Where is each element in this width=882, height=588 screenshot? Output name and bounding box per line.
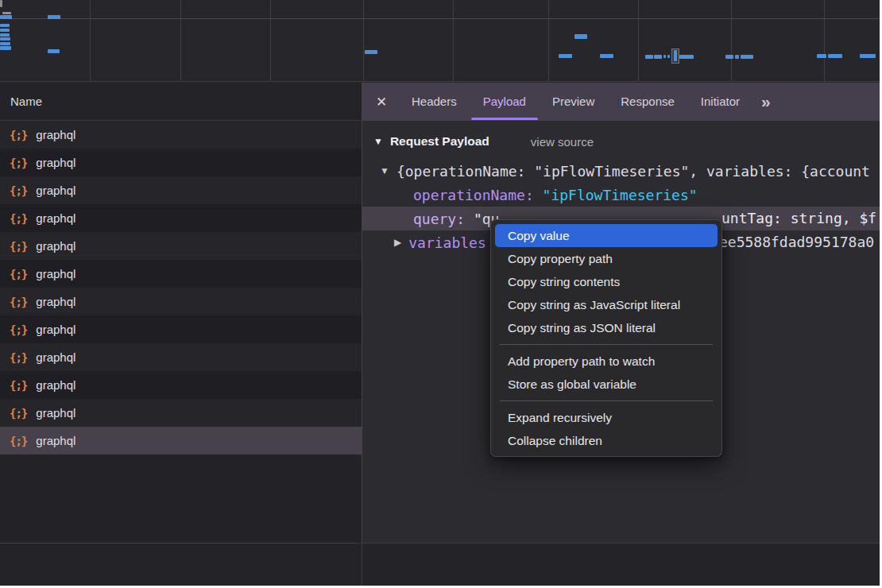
overview-gridline — [453, 0, 454, 81]
request-row[interactable]: {;}graphql — [0, 149, 362, 176]
menu-item-copy-property-path[interactable]: Copy property path — [495, 247, 718, 270]
section-collapse-icon[interactable]: ▼ — [373, 136, 383, 147]
json-file-icon: {;} — [10, 184, 27, 197]
json-file-icon: {;} — [10, 240, 27, 253]
expand-triangle-icon[interactable]: ▶ — [394, 237, 401, 248]
request-name: graphql — [36, 378, 75, 392]
overview-row-divider — [0, 18, 880, 19]
json-file-icon: {;} — [10, 268, 27, 280]
request-row[interactable]: {;}graphql — [0, 399, 362, 427]
request-row[interactable]: {;}graphql — [0, 232, 362, 260]
request-timing-bar — [0, 33, 10, 37]
request-timing-bar — [860, 54, 876, 58]
menu-item-add-property-path-to-watch[interactable]: Add property path to watch — [495, 350, 718, 373]
context-menu: Copy valueCopy property pathCopy string … — [490, 219, 722, 457]
request-timing-bar — [0, 24, 10, 27]
overview-gridline — [548, 0, 549, 81]
request-timing-bar — [725, 55, 733, 59]
json-file-icon: {;} — [10, 129, 27, 141]
request-row[interactable]: {;}graphql — [0, 121, 362, 149]
request-rows: {;}graphql{;}graphql{;}graphql{;}graphql… — [0, 121, 362, 455]
payload-root-preview: {operationName: "ipFlowTimeseries", vari… — [397, 163, 870, 180]
request-timing-bar — [48, 15, 60, 19]
request-timing-bar — [679, 55, 694, 59]
property-preview-right: ee5588fdad995178a0 — [719, 230, 874, 254]
request-row[interactable]: {;}graphql — [0, 260, 362, 288]
operation-name-row[interactable]: operationName: "ipFlowTimeseries" — [362, 183, 880, 207]
json-file-icon: {;} — [10, 379, 27, 392]
tab-payload[interactable]: Payload — [483, 83, 526, 121]
request-name: graphql — [36, 350, 75, 364]
request-name: graphql — [36, 211, 75, 225]
more-tabs-icon[interactable]: » — [761, 92, 771, 111]
request-name: graphql — [36, 323, 75, 336]
request-timing-bar — [0, 29, 10, 32]
request-row[interactable]: {;}graphql — [0, 176, 362, 204]
request-timing-bar — [645, 55, 653, 59]
payload-root-row[interactable]: ▼ {operationName: "ipFlowTimeseries", va… — [362, 159, 880, 183]
tab-headers[interactable]: Headers — [412, 83, 457, 121]
request-name: graphql — [36, 156, 75, 169]
menu-item-copy-string-as-json-literal[interactable]: Copy string as JSON literal — [495, 316, 718, 339]
overview-gridline — [90, 0, 91, 81]
selected-request-marker-bar — [674, 50, 677, 61]
menu-item-copy-string-as-javascript-literal[interactable]: Copy string as JavaScript literal — [495, 293, 718, 316]
json-file-icon: {;} — [10, 296, 27, 308]
property-key: query: — [413, 211, 465, 227]
request-timing-bar — [735, 55, 739, 59]
request-name: graphql — [36, 128, 75, 141]
menu-divider — [500, 400, 713, 401]
request-row[interactable]: {;}graphql — [0, 288, 362, 315]
request-timing-bar — [0, 46, 11, 50]
request-payload-section-header: ▼ Request Payload view source — [362, 130, 880, 153]
request-timing-bar — [0, 0, 2, 7]
menu-item-collapse-children[interactable]: Collapse children — [495, 429, 718, 452]
detail-tabs: HeadersPayloadPreviewResponseInitiator — [412, 83, 766, 121]
request-timing-bar — [2, 12, 11, 14]
tab-preview[interactable]: Preview — [552, 83, 594, 121]
name-column-header[interactable]: Name — [0, 83, 362, 121]
request-name: graphql — [36, 184, 75, 197]
request-timing-bar — [663, 55, 666, 58]
collapse-triangle-icon[interactable]: ▼ — [380, 165, 389, 176]
request-timing-bar — [741, 55, 753, 59]
property-value-right: untTag: string, $f — [721, 207, 876, 230]
json-file-icon: {;} — [10, 351, 27, 364]
tab-response[interactable]: Response — [621, 83, 675, 121]
network-overview-waterfall[interactable] — [0, 0, 880, 82]
detail-tabbar: ✕ HeadersPayloadPreviewResponseInitiator… — [362, 83, 880, 121]
menu-divider — [500, 344, 713, 345]
request-timing-bar — [48, 49, 60, 53]
overview-gridline — [270, 0, 271, 81]
request-row[interactable]: {;}graphql — [0, 427, 362, 455]
section-title: Request Payload — [390, 134, 489, 149]
close-icon[interactable]: ✕ — [376, 94, 390, 110]
request-row[interactable]: {;}graphql — [0, 315, 362, 343]
property-key: variables — [408, 234, 486, 251]
request-timing-bar — [559, 54, 572, 58]
request-timing-bar — [0, 37, 10, 41]
request-timing-bar — [654, 55, 662, 59]
request-row[interactable]: {;}graphql — [0, 204, 362, 232]
view-source-link[interactable]: view source — [531, 135, 594, 149]
menu-item-expand-recursively[interactable]: Expand recursively — [495, 406, 718, 429]
request-name: graphql — [36, 434, 75, 447]
network-summary-bar — [0, 543, 880, 586]
menu-item-copy-value[interactable]: Copy value — [495, 224, 718, 247]
overview-gridline — [731, 0, 732, 81]
request-row[interactable]: {;}graphql — [0, 371, 362, 399]
column-divider[interactable] — [362, 544, 362, 586]
request-timing-bar — [817, 54, 826, 58]
request-timing-bar — [0, 15, 12, 19]
request-name: graphql — [36, 239, 75, 253]
json-file-icon: {;} — [10, 157, 27, 169]
request-list-panel: Name {;}graphql{;}graphql{;}graphql{;}gr… — [0, 83, 362, 543]
overview-gridline — [824, 0, 825, 81]
menu-item-copy-string-contents[interactable]: Copy string contents — [495, 270, 718, 293]
menu-item-store-as-global-variable[interactable]: Store as global variable — [495, 373, 718, 396]
json-file-icon: {;} — [10, 435, 27, 447]
tab-initiator[interactable]: Initiator — [701, 83, 740, 121]
json-file-icon: {;} — [10, 212, 27, 225]
request-timing-bar — [600, 54, 613, 58]
request-row[interactable]: {;}graphql — [0, 343, 362, 371]
